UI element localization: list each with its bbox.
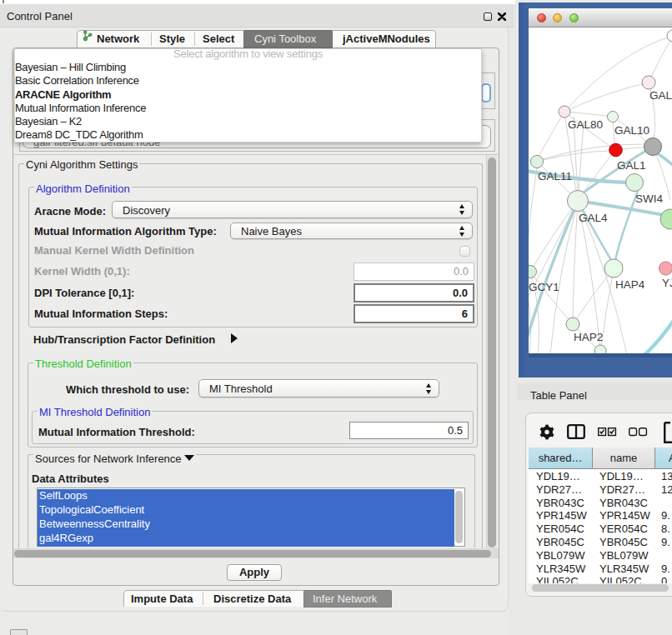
svg-text:SWI4: SWI4 bbox=[635, 192, 663, 205]
svg-text:HAP2: HAP2 bbox=[574, 331, 603, 343]
svg-text:GAL11: GAL11 bbox=[538, 170, 572, 182]
svg-text:GAL1: GAL1 bbox=[617, 159, 646, 172]
svg-text:GAL2: GAL2 bbox=[649, 89, 672, 102]
svg-text:GAL80: GAL80 bbox=[568, 118, 603, 131]
svg-text:GAL10: GAL10 bbox=[614, 124, 649, 137]
svg-text:HAP4: HAP4 bbox=[615, 278, 645, 291]
svg-text:GCY1: GCY1 bbox=[529, 281, 559, 293]
svg-text:GAL4: GAL4 bbox=[579, 212, 608, 224]
svg-text:YJL: YJL bbox=[662, 277, 672, 289]
